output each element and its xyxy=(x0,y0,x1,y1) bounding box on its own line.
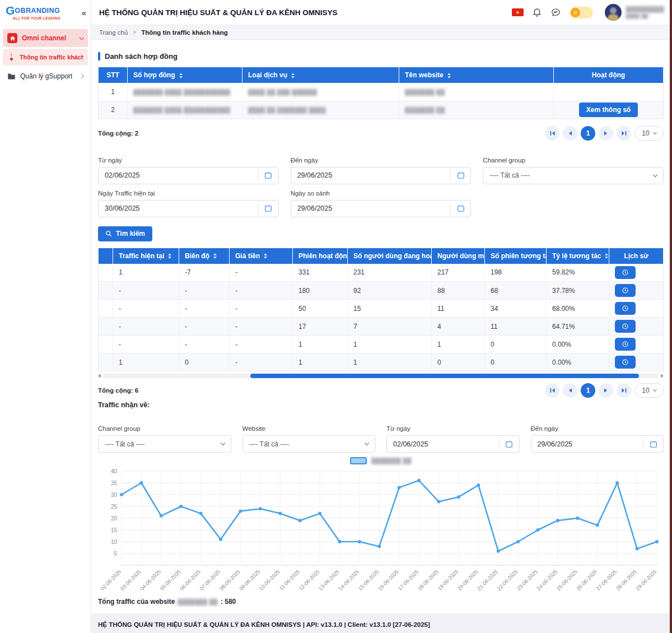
sortable-column-header[interactable]: Loại dịch vụ xyxy=(242,67,399,83)
calendar-icon[interactable] xyxy=(450,203,470,214)
scrollbar-track[interactable] xyxy=(103,374,659,378)
logo-g-glyph: G xyxy=(6,4,15,16)
home-icon xyxy=(7,33,17,43)
sort-icon xyxy=(213,253,217,259)
page-size-select[interactable]: 10 xyxy=(634,126,664,141)
calendar-icon[interactable] xyxy=(643,439,663,449)
page-number-button[interactable]: 1 xyxy=(581,383,595,398)
channel-group-select[interactable]: ---- Tất cả ---- xyxy=(483,167,664,184)
from-date-input[interactable] xyxy=(99,171,258,179)
breadcrumb-home-link[interactable]: Trang chủ xyxy=(99,29,128,36)
search-button[interactable]: Tìm kiếm xyxy=(98,226,152,241)
history-button[interactable] xyxy=(615,338,636,351)
value-cell: 64.71% xyxy=(547,318,609,336)
to-date-field: Đến ngày xyxy=(291,157,472,184)
legend-label-redacted: ███████ ██ xyxy=(371,458,412,464)
chart-website-field: Website ---- Tất cả ---- xyxy=(242,425,376,453)
sort-icon xyxy=(291,73,295,78)
compare-date-input[interactable] xyxy=(291,204,451,212)
scroll-left-icon[interactable] xyxy=(98,374,101,378)
sidebar-item-gsupport[interactable]: Quản lý gSupport xyxy=(3,68,88,85)
table-row: 10-11000.00% xyxy=(99,353,664,371)
svg-text:20-06-2025: 20-06-2025 xyxy=(456,569,479,592)
to-date-input[interactable] xyxy=(291,171,451,179)
value-cell: - xyxy=(230,300,293,318)
value-cell: 11 xyxy=(432,300,485,318)
view-metrics-button[interactable]: Xem thông số xyxy=(579,103,638,117)
history-button[interactable] xyxy=(615,266,636,279)
search-icon xyxy=(105,230,112,237)
sortable-column-header[interactable]: Traffic hiện tại xyxy=(113,248,179,264)
sortable-column-header[interactable]: Biên độ xyxy=(179,248,230,264)
first-page-button[interactable] xyxy=(545,126,559,141)
value-cell: 1 xyxy=(348,336,432,353)
calendar-icon[interactable] xyxy=(499,439,519,449)
sortable-column-header[interactable]: Người dùng mới xyxy=(432,248,485,264)
notifications-bell-icon[interactable] xyxy=(532,7,542,17)
value-cell: 0 xyxy=(485,336,547,353)
prev-page-button[interactable] xyxy=(563,126,577,141)
accent-bar xyxy=(98,52,100,60)
sortable-column-header[interactable]: Giá tiền xyxy=(230,248,293,264)
scroll-right-icon[interactable] xyxy=(661,374,664,378)
svg-text:20: 20 xyxy=(111,515,118,522)
theme-toggle[interactable] xyxy=(570,7,593,18)
user-menu[interactable]: █████████ ████ ██ xyxy=(605,4,664,21)
field-label: Từ ngày xyxy=(98,157,279,164)
history-button[interactable] xyxy=(615,302,636,315)
sortable-column-header[interactable]: Phiên hoạt động xyxy=(293,248,348,264)
chart-website-select[interactable]: ---- Tất cả ---- xyxy=(242,435,376,453)
value-cell: 1 xyxy=(432,336,485,353)
sortable-column-header[interactable]: Số phiên tương tác xyxy=(485,248,547,264)
calendar-icon[interactable] xyxy=(258,203,278,214)
svg-text:5: 5 xyxy=(114,551,117,557)
chevron-down-icon xyxy=(220,441,225,445)
sortable-column-header[interactable]: Tỷ lệ tương tác xyxy=(547,248,609,264)
history-button[interactable] xyxy=(615,284,636,297)
chart-to-date-input[interactable] xyxy=(531,440,643,448)
svg-text:10: 10 xyxy=(111,539,118,545)
chart-from-date-input[interactable] xyxy=(387,440,499,448)
current-traffic-date-input[interactable] xyxy=(99,204,258,212)
history-button[interactable] xyxy=(615,356,636,369)
sidebar-item-traffic-info[interactable]: ! Thông tin traffic khách ... xyxy=(3,49,88,66)
chart-legend: ███████ ██ xyxy=(98,457,664,464)
sidebar-collapse-icon[interactable]: « xyxy=(82,8,86,17)
svg-text:17-06-2025: 17-06-2025 xyxy=(397,569,420,592)
sortable-column-header[interactable]: Số hợp đồng xyxy=(128,67,242,83)
row-stub-cell xyxy=(99,282,113,300)
last-page-button[interactable] xyxy=(617,126,631,141)
prev-page-button[interactable] xyxy=(563,383,577,398)
calendar-icon[interactable] xyxy=(450,170,470,181)
history-cell xyxy=(609,300,664,318)
page-number-button[interactable]: 1 xyxy=(581,126,595,141)
history-button[interactable] xyxy=(615,320,636,333)
page-size-select[interactable]: 10 xyxy=(634,383,664,398)
sortable-column-header[interactable]: Tên website xyxy=(399,67,554,83)
chart-channel-group-select[interactable]: ---- Tất cả ---- xyxy=(98,435,231,453)
last-page-button[interactable] xyxy=(617,383,631,398)
value-cell: 68 xyxy=(485,282,547,300)
scrollbar-thumb[interactable] xyxy=(250,374,639,378)
next-page-button[interactable] xyxy=(599,126,613,141)
first-page-button[interactable] xyxy=(545,383,559,398)
value-cell: 17 xyxy=(293,318,348,336)
screen-right-edge xyxy=(670,0,672,633)
history-cell xyxy=(609,336,664,353)
next-page-button[interactable] xyxy=(599,383,613,398)
calendar-icon[interactable] xyxy=(258,170,278,181)
column-header: Lịch sử xyxy=(609,248,664,264)
chat-icon[interactable] xyxy=(550,7,561,17)
language-flag-icon[interactable]: ★ xyxy=(512,8,524,16)
value-cell: 198 xyxy=(485,264,547,282)
sidebar-item-omni-channel[interactable]: Omni channel xyxy=(3,29,88,47)
field-label: Đến ngày xyxy=(531,425,664,432)
sidebar-item-label: Omni channel xyxy=(22,34,66,42)
redacted-cell: ███████ ████ ███████████ xyxy=(128,83,242,101)
sidebar-item-label: Quản lý gSupport xyxy=(20,72,72,80)
table-row: 1-7-33123121719859.82% xyxy=(99,264,664,282)
legend-swatch xyxy=(350,457,367,464)
traffic-received-label: Traffic nhận về: xyxy=(98,401,664,417)
svg-text:04-06-2025: 04-06-2025 xyxy=(139,569,162,592)
value-cell: - xyxy=(230,336,293,353)
